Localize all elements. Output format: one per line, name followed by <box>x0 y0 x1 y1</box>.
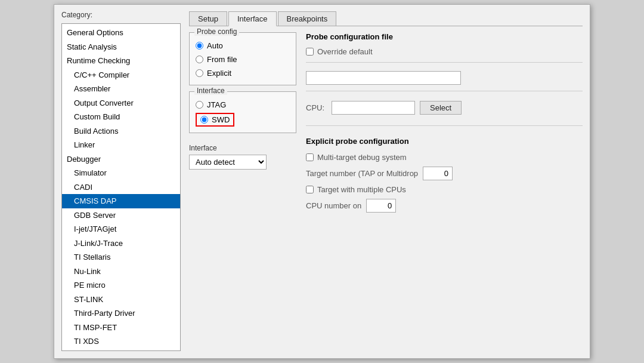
tap-row: Target number (TAP or Multidrop <box>306 167 583 180</box>
category-item-general-options[interactable]: General Options <box>62 26 180 40</box>
cpu-input[interactable] <box>332 101 415 115</box>
main-dialog: Category: General OptionsStatic Analysis… <box>54 4 590 359</box>
category-item-ti-msp-fet[interactable]: TI MSP-FET <box>62 321 180 335</box>
cpu-number-label: CPU number on <box>306 201 361 210</box>
right-panel: SetupInterfaceBreakpoints Probe config A… <box>181 11 583 351</box>
category-item-cpp-compiler[interactable]: C/C++ Compiler <box>62 68 180 82</box>
interface-group: Interface JTAG SWD <box>189 91 296 133</box>
swd-highlight-box: SWD <box>196 113 234 127</box>
select-button[interactable]: Select <box>420 101 462 115</box>
radio-explicit[interactable]: Explicit <box>196 69 290 78</box>
category-item-static-analysis[interactable]: Static Analysis <box>62 40 180 54</box>
content-area: Probe config Auto From file Explicit <box>189 32 583 351</box>
probe-config-file-title: Probe configuration file <box>306 32 583 41</box>
interface-dropdown-row: Interface Auto detectJTAGSWD <box>189 139 296 170</box>
category-item-st-link[interactable]: ST-LINK <box>62 293 180 307</box>
divider-3 <box>306 125 583 126</box>
cpu-label: CPU: <box>306 103 327 112</box>
divider-1 <box>306 62 583 63</box>
dialog-body: Category: General OptionsStatic Analysis… <box>54 5 590 358</box>
radio-auto-label[interactable]: Auto <box>207 41 223 50</box>
radio-jtag-input[interactable] <box>196 101 203 109</box>
override-label[interactable]: Override default <box>317 47 373 56</box>
probe-file-input-row <box>306 71 583 85</box>
multiple-cpus-row[interactable]: Target with multiple CPUs <box>306 185 583 194</box>
left-content: Probe config Auto From file Explicit <box>189 32 296 351</box>
multiple-cpus-checkbox[interactable] <box>306 186 314 193</box>
category-list: General OptionsStatic AnalysisRuntime Ch… <box>61 23 181 351</box>
category-item-cadi[interactable]: CADI <box>62 180 180 195</box>
category-item-output-converter[interactable]: Output Converter <box>62 96 180 110</box>
radio-swd-input[interactable] <box>200 116 208 124</box>
tap-input[interactable] <box>423 167 453 180</box>
category-item-third-party[interactable]: Third-Party Driver <box>62 306 180 321</box>
multi-target-row[interactable]: Multi-target debug system <box>306 153 583 162</box>
probe-config-group: Probe config Auto From file Explicit <box>189 32 296 85</box>
left-panel: Category: General OptionsStatic Analysis… <box>61 11 181 351</box>
tab-setup[interactable]: Setup <box>189 11 227 26</box>
override-row[interactable]: Override default <box>306 47 583 56</box>
category-item-linker[interactable]: Linker <box>62 138 180 152</box>
category-item-pe-micro[interactable]: PE micro <box>62 278 180 293</box>
category-item-gdb-server[interactable]: GDB Server <box>62 208 180 223</box>
radio-jtag[interactable]: JTAG <box>196 100 290 109</box>
radio-explicit-label[interactable]: Explicit <box>207 69 231 78</box>
tabs-row: SetupInterfaceBreakpoints <box>189 11 583 26</box>
category-item-j-link[interactable]: J-Link/J-Trace <box>62 236 180 251</box>
probe-config-title: Probe config <box>194 27 239 36</box>
radio-jtag-label[interactable]: JTAG <box>207 100 226 109</box>
category-item-i-jet[interactable]: I-jet/JTAGjet <box>62 222 180 236</box>
radio-auto-input[interactable] <box>196 42 203 50</box>
category-item-custom-build[interactable]: Custom Build <box>62 110 180 124</box>
category-item-cmsis-dap[interactable]: CMSIS DAP <box>62 194 180 208</box>
interface-group-title: Interface <box>194 87 227 95</box>
cpu-number-row: CPU number on <box>306 199 583 213</box>
cpu-number-input[interactable] <box>366 199 396 213</box>
multi-target-checkbox[interactable] <box>306 153 314 161</box>
category-item-assembler[interactable]: Assembler <box>62 82 180 96</box>
radio-auto[interactable]: Auto <box>196 41 290 50</box>
radio-fromfile-input[interactable] <box>196 56 203 63</box>
multiple-cpus-label[interactable]: Target with multiple CPUs <box>317 185 406 194</box>
category-item-simulator[interactable]: Simulator <box>62 166 180 180</box>
category-item-ti-xds[interactable]: TI XDS <box>62 334 180 349</box>
cpu-row: CPU: Select <box>306 101 583 115</box>
multi-target-label[interactable]: Multi-target debug system <box>317 153 407 162</box>
category-item-ti-stellaris[interactable]: TI Stellaris <box>62 250 180 264</box>
tab-interface[interactable]: Interface <box>228 11 277 26</box>
radio-explicit-input[interactable] <box>196 69 203 77</box>
tab-breakpoints[interactable]: Breakpoints <box>278 11 337 26</box>
override-checkbox[interactable] <box>306 48 314 56</box>
radio-swd-label[interactable]: SWD <box>212 115 230 124</box>
explicit-probe-title: Explicit probe configuration <box>306 137 583 146</box>
right-content: Probe configuration file Override defaul… <box>306 32 583 351</box>
divider-2 <box>306 91 583 91</box>
radio-fromfile[interactable]: From file <box>196 55 290 64</box>
radio-fromfile-label[interactable]: From file <box>207 55 237 64</box>
explicit-probe-section: Explicit probe configuration Multi-targe… <box>306 137 583 213</box>
interface-dropdown-label: Interface <box>189 144 296 152</box>
tap-label: Target number (TAP or Multidrop <box>306 169 418 178</box>
probe-config-file-section: Probe configuration file Override defaul… <box>306 32 583 115</box>
category-item-debugger[interactable]: Debugger <box>62 152 180 167</box>
category-item-build-actions[interactable]: Build Actions <box>62 124 180 139</box>
category-item-runtime-checking[interactable]: Runtime Checking <box>62 54 180 68</box>
category-label: Category: <box>61 11 181 19</box>
category-item-nu-link[interactable]: Nu-Link <box>62 264 180 279</box>
interface-select[interactable]: Auto detectJTAGSWD <box>189 155 267 170</box>
probe-file-input[interactable] <box>306 71 461 85</box>
